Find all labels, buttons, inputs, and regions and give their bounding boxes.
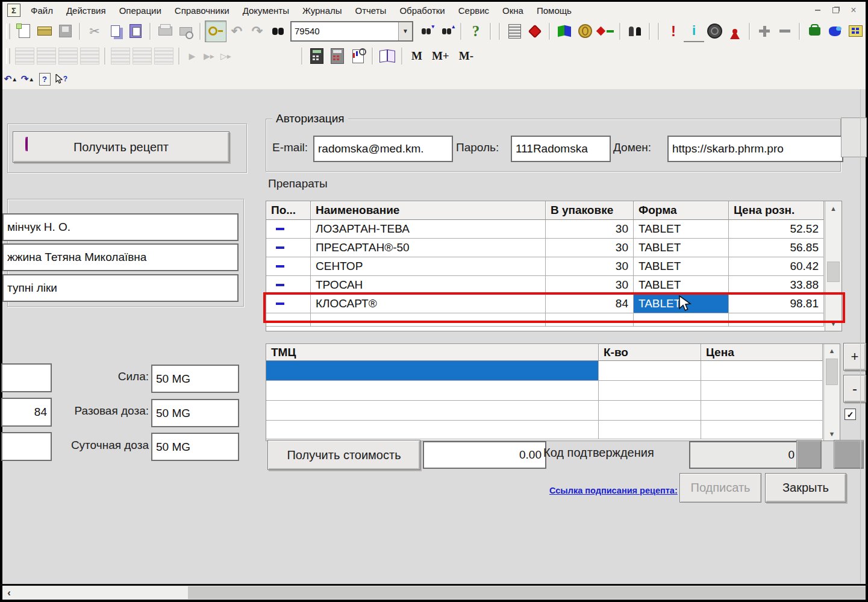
menu-documents[interactable]: Документы xyxy=(236,4,296,17)
new-document-icon[interactable] xyxy=(14,21,34,42)
add-plus-icon[interactable] xyxy=(754,21,775,42)
strength-field[interactable]: 50 MG xyxy=(151,365,239,393)
document-action-icon[interactable] xyxy=(111,48,130,64)
drug-name-cell[interactable]: ТРОСАН xyxy=(311,276,546,295)
email-field[interactable]: radomska@med.km. xyxy=(313,136,453,162)
menu-operations[interactable]: Операции xyxy=(113,4,168,17)
tmc-remove-button[interactable]: - xyxy=(843,375,866,403)
drug-name-cell[interactable]: СЕНТОР xyxy=(311,257,546,276)
search-value[interactable]: 79540 xyxy=(292,26,398,36)
horizontal-scrollbar[interactable]: ‹ xyxy=(2,586,866,600)
context-help-icon[interactable]: ? xyxy=(53,71,70,87)
drug-price-cell[interactable]: 52.52 xyxy=(729,220,824,239)
drug-pack-cell[interactable]: 30 xyxy=(546,239,634,257)
get-cost-button[interactable]: Получить стоимость xyxy=(267,440,420,470)
help-box-icon[interactable]: ? xyxy=(36,71,53,87)
run-document-icon[interactable]: ▷▸ xyxy=(217,48,234,64)
print-icon[interactable] xyxy=(155,21,175,42)
journal-icon[interactable] xyxy=(504,21,525,42)
print-preview-icon[interactable] xyxy=(175,21,196,42)
document-action-icon[interactable] xyxy=(154,48,173,64)
drug-name-cell[interactable]: КЛОСАРТ® xyxy=(311,295,546,313)
users-icon[interactable] xyxy=(625,21,645,42)
scroll-down-icon[interactable]: ▼ xyxy=(825,320,841,327)
remove-minus-icon[interactable] xyxy=(775,21,795,42)
redo-icon[interactable]: ↷ xyxy=(247,21,267,42)
find-next-icon[interactable]: ▾ xyxy=(416,21,436,42)
blank-button-1[interactable] xyxy=(796,440,822,469)
tmc-add-button[interactable]: + xyxy=(843,343,866,371)
drug-row[interactable]: ТРОСАН 30 TABLET 33.88 xyxy=(266,276,841,295)
memory-m-minus-button[interactable]: M- xyxy=(454,49,478,63)
sign-recipe-link[interactable]: Ссылка подписания рецепта: xyxy=(549,486,678,495)
menu-processing[interactable]: Обработки xyxy=(393,4,451,17)
tmc-row-selected[interactable] xyxy=(266,361,840,381)
document-action-icon[interactable] xyxy=(133,48,152,64)
doctor-field[interactable]: мінчук Н. О. xyxy=(2,213,239,241)
drug-form-cell[interactable]: TABLET xyxy=(634,220,729,239)
find-icon[interactable] xyxy=(267,21,288,42)
col-tmc[interactable]: ТМЦ xyxy=(266,344,599,361)
paste-icon[interactable] xyxy=(125,21,146,42)
minimize-icon[interactable] xyxy=(813,5,822,15)
drug-pack-cell[interactable]: 84 xyxy=(546,295,634,313)
app-icon[interactable]: Σ xyxy=(7,4,20,17)
green-bag-icon[interactable] xyxy=(804,21,825,42)
blank-button-2[interactable] xyxy=(834,440,864,469)
toolbar-grip[interactable] xyxy=(6,24,10,39)
step-forward-icon[interactable]: ▶▸ xyxy=(201,48,217,64)
scroll-left-icon[interactable]: ‹ xyxy=(4,586,14,599)
drug-pack-cell[interactable]: 30 xyxy=(546,257,634,276)
password-field[interactable]: 111Radomska xyxy=(511,136,611,162)
drug-name-cell[interactable]: ПРЕСАРТАН®-50 xyxy=(311,239,546,257)
drug-form-cell[interactable]: TABLET xyxy=(634,276,729,295)
drug-price-cell[interactable]: 98.81 xyxy=(729,295,824,313)
drug-row-empty[interactable] xyxy=(266,313,841,327)
drug-form-cell[interactable]: TABLET xyxy=(634,257,729,276)
close-button[interactable]: Закрыть xyxy=(765,473,846,503)
daily-dose-field[interactable]: 50 MG xyxy=(151,433,239,461)
tmc-row[interactable] xyxy=(266,421,840,439)
plus-minus-icon[interactable] xyxy=(595,21,616,42)
authorization-key-icon[interactable] xyxy=(205,20,226,42)
combobox-dropdown-icon[interactable]: ▼ xyxy=(398,22,412,40)
menu-reports[interactable]: Отчеты xyxy=(349,4,393,17)
col-price[interactable]: Цена xyxy=(701,344,823,361)
drug-pack-cell[interactable]: 30 xyxy=(546,276,634,295)
search-combobox[interactable]: 79540 ▼ xyxy=(290,21,413,42)
scroll-thumb[interactable] xyxy=(826,359,838,385)
memory-m-plus-button[interactable]: M+ xyxy=(427,49,454,63)
col-name[interactable]: Наименование xyxy=(311,201,546,220)
tmc-checkbox[interactable]: ✓ xyxy=(845,409,856,420)
cost-field[interactable]: 0.00 xyxy=(423,441,546,469)
toolbar-grip[interactable] xyxy=(6,48,10,64)
col-qty[interactable]: К-во xyxy=(599,344,701,361)
blue-pot-icon[interactable] xyxy=(825,21,845,42)
get-recipe-button[interactable]: Получить рецепт xyxy=(13,131,229,163)
tmc-cell-selected[interactable] xyxy=(266,361,599,381)
scroll-thumb[interactable] xyxy=(188,586,866,599)
tmc-row[interactable] xyxy=(266,401,840,421)
cut-icon[interactable]: ✂ xyxy=(84,21,105,42)
scroll-up-icon[interactable]: ▲ xyxy=(825,205,841,212)
tmc-scrollbar[interactable]: ▲ ▼ xyxy=(823,344,840,441)
menu-references[interactable]: Справочники xyxy=(168,4,236,17)
menu-journals[interactable]: Журналы xyxy=(296,4,349,17)
rollforward-icon[interactable]: ↷▲ xyxy=(19,71,36,87)
save-icon[interactable] xyxy=(55,21,75,42)
move-item-icon[interactable] xyxy=(37,48,56,64)
restore-icon[interactable] xyxy=(831,5,840,15)
memory-m-button[interactable]: M xyxy=(407,49,427,63)
red-pin-icon[interactable]: ! xyxy=(663,21,684,42)
play-icon[interactable]: ▶ xyxy=(184,48,201,64)
drug-row[interactable]: ПРЕСАРТАН®-50 30 TABLET 56.85 xyxy=(266,239,841,257)
drug-row-selected[interactable]: КЛОСАРТ® 84 TABLET 98.81 xyxy=(266,295,841,313)
move-item-icon[interactable] xyxy=(15,48,34,64)
rollback-icon[interactable]: ↶▲ xyxy=(2,71,19,87)
menu-help[interactable]: Помощь xyxy=(530,4,578,17)
report-search-icon[interactable] xyxy=(348,46,368,66)
move-item-icon[interactable] xyxy=(58,48,78,64)
drug-pack-cell[interactable]: 30 xyxy=(546,220,634,239)
undo-icon[interactable]: ↶ xyxy=(226,21,247,42)
red-flower-icon[interactable] xyxy=(525,21,545,42)
